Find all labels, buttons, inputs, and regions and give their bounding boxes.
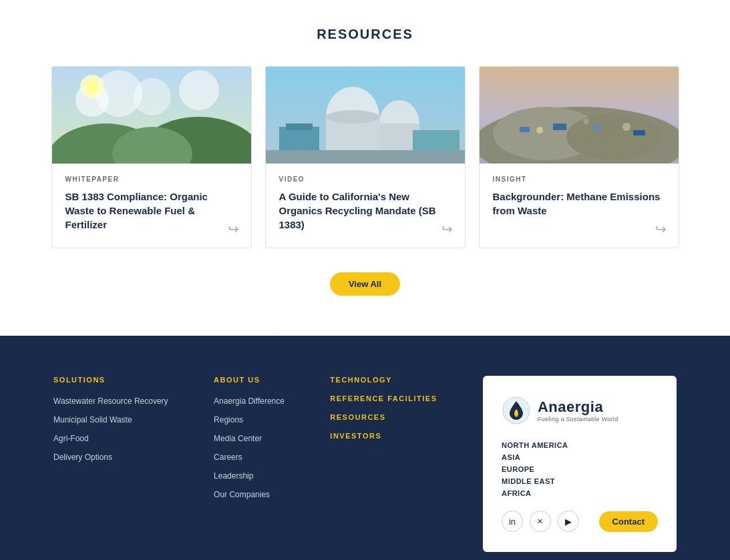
solutions-heading: SOLUTIONS: [53, 376, 168, 384]
svg-point-28: [536, 127, 543, 133]
svg-point-30: [622, 123, 630, 131]
svg-point-29: [584, 119, 589, 124]
svg-point-23: [566, 113, 660, 160]
anaergia-logo-icon: [502, 396, 531, 425]
list-item[interactable]: Delivery Options: [53, 451, 168, 463]
svg-point-9: [85, 80, 99, 93]
card-body-1: WHITEPAPER SB 1383 Compliance: Organic W…: [52, 164, 251, 248]
nav-link-reference-facilities[interactable]: REFERENCE FACILITIES: [330, 394, 437, 402]
contact-button[interactable]: Contact: [599, 511, 658, 532]
social-icons: in ✕ ▶: [502, 511, 579, 532]
list-item[interactable]: Leadership: [214, 469, 285, 481]
cards-grid: WHITEPAPER SB 1383 Compliance: Organic W…: [53, 66, 677, 248]
about-list: Anaergia Difference Regions Media Center…: [214, 394, 285, 500]
svg-rect-25: [553, 123, 566, 130]
card-tag-3: INSIGHT: [493, 176, 665, 183]
footer-main: SOLUTIONS Wastewater Resource Recovery M…: [53, 376, 677, 560]
list-item[interactable]: Anaergia Difference: [214, 394, 285, 406]
card-title-1: SB 1383 Compliance: Organic Waste to Ren…: [65, 190, 238, 232]
solutions-link-2[interactable]: Municipal Solid Waste: [53, 415, 132, 425]
resources-heading: RESOURCES: [53, 27, 677, 42]
linkedin-icon[interactable]: in: [502, 511, 523, 532]
region-north-america: NORTH AMERICA: [502, 441, 658, 449]
card-image-3: [480, 67, 679, 164]
about-link-3[interactable]: Media Center: [214, 434, 262, 443]
list-item[interactable]: Agri-Food: [53, 432, 168, 444]
svg-point-6: [134, 78, 171, 115]
svg-rect-26: [593, 125, 601, 129]
view-all-wrapper: View All: [53, 272, 677, 296]
card-arrow-3: ↪: [655, 221, 667, 237]
nav-link-investors[interactable]: INVESTORS: [330, 432, 437, 440]
list-item[interactable]: Municipal Solid Waste: [53, 413, 168, 425]
resource-card-3[interactable]: INSIGHT Backgrounder: Methane Emissions …: [479, 66, 679, 248]
solutions-link-4[interactable]: Delivery Options: [53, 453, 112, 462]
footer-col-about: ABOUT US Anaergia Difference Regions Med…: [214, 376, 285, 552]
about-link-4[interactable]: Careers: [214, 453, 242, 462]
card-tag-2: VIDEO: [279, 176, 451, 183]
region-africa: AFRICA: [502, 489, 658, 497]
footer: SOLUTIONS Wastewater Resource Recovery M…: [0, 336, 730, 560]
about-heading: ABOUT US: [214, 376, 285, 384]
card-image-2: [266, 67, 465, 164]
list-item[interactable]: Our Companies: [214, 488, 285, 500]
anaergia-logo: Anaergia Fueling a Sustainable World: [502, 396, 658, 425]
view-all-button[interactable]: View All: [330, 272, 400, 296]
resources-section: RESOURCES: [0, 0, 730, 336]
card-arrow-1: ↪: [228, 221, 239, 237]
nav-link-resources[interactable]: RESOURCES: [330, 413, 437, 421]
card-tag-1: WHITEPAPER: [65, 176, 238, 183]
anaergia-card: Anaergia Fueling a Sustainable World NOR…: [483, 376, 677, 552]
solutions-link-1[interactable]: Wastewater Resource Recovery: [53, 396, 168, 406]
region-europe: EUROPE: [502, 465, 658, 473]
list-item[interactable]: Regions: [214, 413, 285, 425]
list-item[interactable]: Careers: [214, 451, 285, 463]
card-title-2: A Guide to California's New Organics Rec…: [279, 190, 451, 232]
anaergia-tagline: Fueling a Sustainable World: [538, 416, 618, 423]
card-title-3: Backgrounder: Methane Emissions from Was…: [493, 190, 665, 232]
resource-card-1[interactable]: WHITEPAPER SB 1383 Compliance: Organic W…: [51, 66, 252, 248]
svg-rect-24: [520, 127, 530, 132]
svg-rect-17: [286, 123, 313, 130]
region-asia: ASIA: [502, 453, 658, 461]
card-arrow-2: ↪: [441, 221, 453, 237]
footer-col-nav: TECHNOLOGY REFERENCE FACILITIES RESOURCE…: [330, 376, 437, 552]
about-link-6[interactable]: Our Companies: [214, 490, 270, 499]
regions-list: NORTH AMERICA ASIA EUROPE MIDDLE EAST AF…: [502, 441, 658, 497]
about-link-2[interactable]: Regions: [214, 415, 243, 425]
resource-card-2[interactable]: VIDEO A Guide to California's New Organi…: [265, 66, 466, 248]
footer-nav-links: TECHNOLOGY REFERENCE FACILITIES RESOURCE…: [330, 376, 437, 440]
anaergia-logo-text-group: Anaergia Fueling a Sustainable World: [538, 398, 618, 423]
svg-point-13: [326, 110, 379, 123]
anaergia-name: Anaergia: [538, 398, 618, 416]
svg-point-7: [179, 70, 219, 110]
solutions-list: Wastewater Resource Recovery Municipal S…: [53, 394, 168, 463]
twitter-icon[interactable]: ✕: [530, 511, 551, 532]
nav-link-technology[interactable]: TECHNOLOGY: [330, 376, 437, 384]
svg-rect-18: [413, 130, 460, 154]
list-item[interactable]: Wastewater Resource Recovery: [53, 394, 168, 406]
solutions-link-3[interactable]: Agri-Food: [53, 434, 89, 443]
about-link-1[interactable]: Anaergia Difference: [214, 396, 285, 406]
youtube-icon[interactable]: ▶: [558, 511, 579, 532]
svg-rect-19: [266, 150, 466, 164]
card-body-3: INSIGHT Backgrounder: Methane Emissions …: [480, 164, 679, 248]
card-body-2: VIDEO A Guide to California's New Organi…: [266, 164, 465, 248]
svg-rect-27: [633, 130, 645, 135]
region-middle-east: MIDDLE EAST: [502, 477, 658, 485]
social-contact-row: in ✕ ▶ Contact: [502, 511, 658, 532]
about-link-5[interactable]: Leadership: [214, 471, 253, 481]
card-image-1: [52, 67, 251, 164]
svg-rect-16: [279, 127, 319, 154]
list-item[interactable]: Media Center: [214, 432, 285, 444]
footer-col-solutions: SOLUTIONS Wastewater Resource Recovery M…: [53, 376, 168, 552]
